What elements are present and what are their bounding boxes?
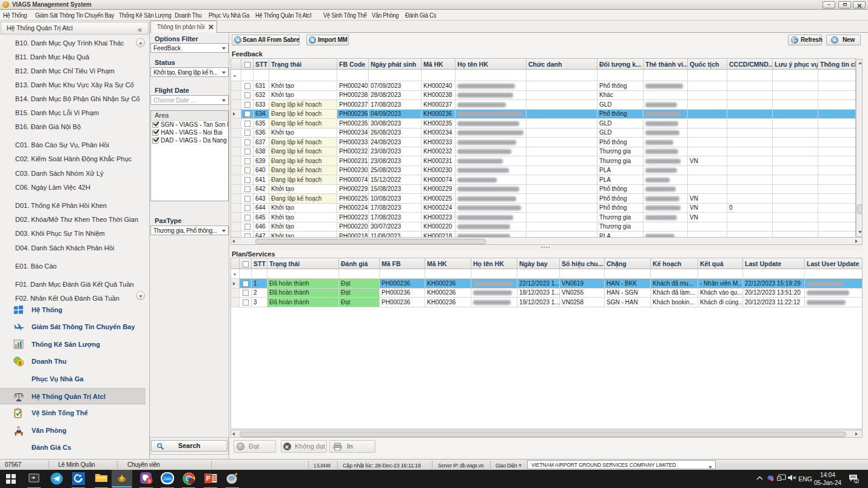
svg-text:$: $ [18,360,21,366]
svg-text:P: P [206,475,210,482]
svg-text:5: 5 [147,478,150,484]
svg-text:Zalo: Zalo [163,476,172,481]
svg-text:2: 2 [855,479,858,483]
